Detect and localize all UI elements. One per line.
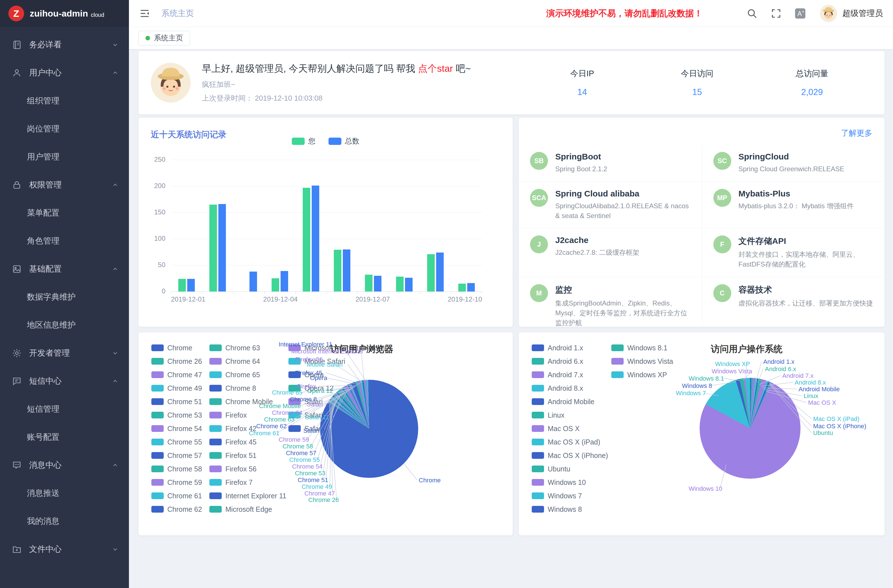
legend-item[interactable]: Chrome 62 [151, 505, 202, 513]
star-link[interactable]: 点个star [418, 63, 453, 74]
legend-item[interactable]: Chrome 49 [151, 384, 202, 393]
legend-swatch [209, 479, 222, 486]
pie-label: Safari 9 [303, 427, 325, 435]
legend-item[interactable]: Android 1.x [532, 344, 583, 352]
sidebar-subitem[interactable]: 组织管理 [0, 87, 129, 115]
bar-您 [178, 279, 186, 292]
legend-item[interactable]: Chrome 8 [209, 384, 256, 393]
sidebar-subitem[interactable]: 地区信息维护 [0, 311, 129, 339]
legend-label: Firefox 45 [226, 438, 257, 446]
bar-总数 [436, 253, 444, 292]
sidebar-item-message-center[interactable]: 消息中心 [0, 451, 129, 479]
font-size-icon[interactable]: A+ [795, 8, 806, 19]
learn-more-link[interactable]: 了解更多 [841, 128, 872, 138]
pie-label: Android Mobile [798, 386, 840, 393]
sidebar-subitem[interactable]: 用户管理 [0, 143, 129, 171]
legend-item[interactable]: Mac OS X [532, 424, 580, 433]
legend-item[interactable]: Firefox 51 [209, 451, 257, 460]
pie-label: Chrome Mobile [259, 403, 301, 410]
legend-item[interactable]: Chrome 63 [209, 344, 260, 352]
y-tick-label: 250 [147, 156, 165, 163]
sidebar-subitem[interactable]: 岗位管理 [0, 115, 129, 143]
sidebar-nav: 务必详看用户中心组织管理岗位管理用户管理权限管理菜单配置角色管理基础配置数据字典… [0, 27, 129, 563]
stat-value: 15 [640, 87, 755, 97]
legend-item[interactable]: Linux [532, 411, 564, 419]
legend-item[interactable]: Chrome 54 [151, 424, 202, 433]
sidebar-item-sms-center[interactable]: 短信中心 [0, 367, 129, 395]
tech-badge: SCA [530, 189, 548, 207]
legend-item[interactable]: Chrome 51 [151, 397, 202, 406]
sidebar-subitem[interactable]: 我的消息 [0, 507, 129, 535]
tab-home[interactable]: 系统主页 [138, 31, 190, 45]
app-logo[interactable]: Z zuihou-admin cloud [0, 0, 129, 27]
legend-item[interactable]: Chrome 26 [151, 357, 202, 365]
tech-badge: C [713, 284, 731, 302]
sidebar-item-user-center[interactable]: 用户中心 [0, 59, 129, 87]
sidebar-subitem[interactable]: 角色管理 [0, 227, 129, 255]
sidebar-subitem[interactable]: 菜单配置 [0, 199, 129, 227]
legend-label: Mac OS X [548, 425, 580, 433]
sidebar-item-file-center[interactable]: 文件中心 [0, 535, 129, 563]
sidebar-item-permission[interactable]: 权限管理 [0, 171, 129, 199]
sidebar-item-basic-config[interactable]: 基础配置 [0, 255, 129, 283]
legend-item[interactable]: Chrome 64 [209, 357, 260, 365]
legend-item[interactable]: Windows XP [611, 370, 667, 379]
legend-item[interactable]: Android Mobile [532, 397, 594, 406]
sidebar-item-must-read[interactable]: 务必详看 [0, 31, 129, 59]
legend-item[interactable]: Windows 7 [532, 492, 582, 500]
legend-label: Android 7.x [548, 371, 583, 379]
pie-label: Chrome 64 [272, 409, 302, 417]
sidebar-collapse-icon[interactable] [139, 8, 150, 19]
sidebar-item-developer[interactable]: 开发者管理 [0, 339, 129, 367]
sidebar-subitem[interactable]: 消息推送 [0, 479, 129, 507]
legend-item[interactable]: Chrome 53 [151, 411, 202, 419]
legend-item[interactable]: Android 8.x [532, 384, 583, 393]
legend-item[interactable]: Chrome 65 [209, 370, 260, 379]
row-charts: 近十天系统访问记录 您总数 0501001502002502019-12-012… [138, 118, 885, 327]
stat-label: 今日访问 [640, 68, 755, 79]
sidebar-subitem[interactable]: 数据字典维护 [0, 283, 129, 311]
legend-item[interactable]: Chrome 59 [151, 478, 202, 487]
legend-item[interactable]: Microsoft Edge [209, 505, 272, 513]
breadcrumb[interactable]: 系统主页 [161, 8, 194, 19]
legend-swatch [329, 138, 341, 145]
legend-item[interactable]: Chrome [151, 344, 192, 352]
legend-item[interactable]: Ubuntu [532, 465, 570, 473]
legend-swatch [532, 452, 544, 459]
sidebar-subitem[interactable]: 账号配置 [0, 423, 129, 451]
legend-item[interactable]: Android 6.x [532, 357, 583, 365]
legend-item[interactable]: Android 7.x [532, 370, 583, 379]
legend-item[interactable]: Firefox 7 [209, 478, 253, 487]
pie-label: Chrome 62 [256, 423, 287, 430]
legend-item[interactable]: Chrome 58 [151, 465, 202, 473]
legend-swatch [209, 358, 222, 365]
legend-label: Chrome 62 [167, 505, 202, 513]
bar-您 [209, 205, 217, 292]
legend-item[interactable]: Chrome 61 [151, 492, 202, 500]
fullscreen-icon[interactable] [771, 8, 782, 19]
legend-item[interactable]: Windows Vista [611, 357, 673, 365]
legend-item[interactable]: Firefox [209, 411, 247, 419]
legend-item-总数[interactable]: 总数 [329, 136, 359, 146]
legend-item[interactable]: Windows 8.1 [611, 344, 667, 352]
current-username[interactable]: 超级管理员 [842, 8, 883, 19]
legend-item[interactable]: Mac OS X (iPad) [532, 438, 600, 446]
legend-item[interactable]: Internet Explorer 11 [209, 492, 286, 500]
pie-label: Opera 12 [307, 387, 333, 395]
sidebar-subitem[interactable]: 短信管理 [0, 395, 129, 423]
legend-item[interactable]: Windows 10 [532, 478, 586, 487]
legend-label: Ubuntu [548, 465, 570, 473]
user-avatar[interactable] [820, 5, 837, 22]
legend-item[interactable]: Chrome 57 [151, 451, 202, 460]
legend-item[interactable]: Firefox 56 [209, 465, 257, 473]
legend-item[interactable]: Chrome 47 [151, 370, 202, 379]
legend-item[interactable]: Windows 8 [532, 505, 582, 513]
search-icon[interactable] [746, 8, 758, 19]
sidebar-item-label: 务必详看 [29, 39, 111, 50]
legend-item[interactable]: Chrome 55 [151, 438, 202, 446]
legend-item[interactable]: Mac OS X (iPhone) [532, 451, 608, 460]
legend-item-您[interactable]: 您 [292, 136, 316, 146]
browser-pie [320, 380, 418, 478]
legend-item[interactable]: Firefox 45 [209, 438, 257, 446]
tech-badge: F [713, 235, 731, 253]
